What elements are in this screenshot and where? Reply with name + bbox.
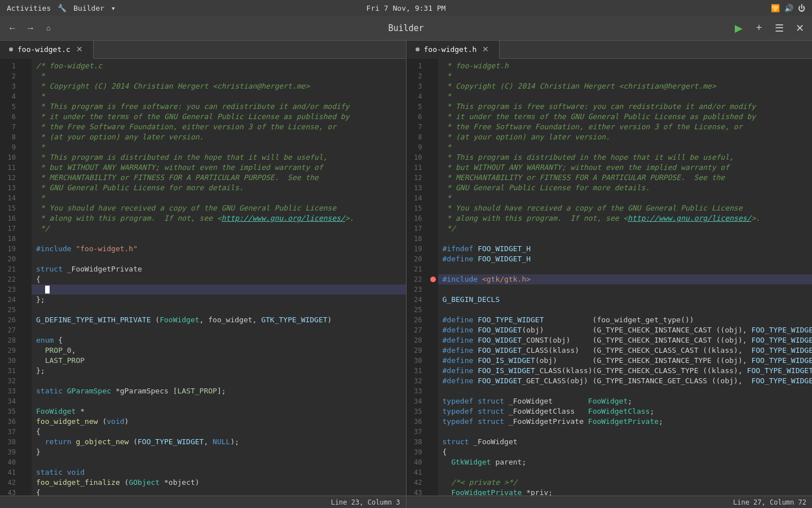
- dropdown-arrow-icon: ▾: [111, 4, 116, 12]
- window-controls: ▶ + ☰ ✕: [731, 20, 807, 36]
- wifi-icon: 🛜: [771, 4, 780, 12]
- left-panel: foo-widget.c ✕ 1234567891011121314151617…: [0, 41, 407, 508]
- left-code-content[interactable]: /* foo-widget.c * * Copyright (C) 2014 C…: [32, 59, 406, 496]
- right-tab-label: foo-widget.h: [424, 45, 477, 54]
- nav-controls: ← → ⌂: [5, 20, 56, 36]
- window-title: Builder: [388, 23, 423, 33]
- app-name-label[interactable]: Builder: [73, 4, 104, 12]
- right-status-text: Line 27, Column 72: [733, 498, 806, 506]
- right-gutter: [429, 59, 438, 496]
- left-status-text: Line 23, Column 3: [331, 498, 400, 506]
- editor-area: foo-widget.c ✕ 1234567891011121314151617…: [0, 41, 812, 508]
- power-icon: ⏻: [798, 4, 805, 12]
- left-tab-bar: foo-widget.c ✕: [0, 41, 406, 59]
- forward-button[interactable]: →: [23, 20, 38, 36]
- system-bar: Activities 🔧 Builder ▾ Fri 7 Nov, 9:31 P…: [0, 0, 812, 16]
- title-bar: ← → ⌂ Builder ▶ + ☰ ✕: [0, 16, 812, 41]
- left-tab-close[interactable]: ✕: [75, 45, 84, 53]
- left-status-bar: Line 23, Column 3: [0, 496, 406, 508]
- right-status-bar: Line 27, Column 72: [407, 496, 813, 508]
- right-tab-active[interactable]: foo-widget.h ✕: [407, 41, 500, 59]
- left-tab-active[interactable]: foo-widget.c ✕: [0, 41, 94, 59]
- app-icon: 🔧: [58, 4, 67, 12]
- back-button[interactable]: ←: [5, 20, 20, 36]
- right-tab-bar: foo-widget.h ✕: [407, 41, 813, 59]
- close-button[interactable]: ✕: [792, 20, 807, 36]
- system-datetime: Fri 7 Nov, 9:31 PM: [367, 4, 446, 12]
- tab-modified-dot: [9, 47, 13, 51]
- left-code-area[interactable]: 1234567891011121314151617181920212223242…: [0, 59, 406, 496]
- right-panel: foo-widget.h ✕ 1234567891011121314151617…: [407, 41, 813, 508]
- right-code-content[interactable]: * foo-widget.h * * Copyright (C) 2014 Ch…: [438, 59, 813, 496]
- right-tab-close[interactable]: ✕: [481, 45, 490, 53]
- right-code-area[interactable]: 1234567891011121314151617181920212223242…: [407, 59, 813, 496]
- left-tab-label: foo-widget.c: [17, 45, 70, 54]
- left-gutter: [23, 59, 32, 496]
- left-line-numbers: 1234567891011121314151617181920212223242…: [0, 59, 23, 496]
- add-button[interactable]: +: [751, 20, 767, 36]
- activities-label[interactable]: Activities: [7, 4, 51, 12]
- menu-button[interactable]: ☰: [771, 20, 787, 36]
- system-bar-right: 🛜 🔊 ⏻: [771, 4, 805, 12]
- right-tab-modified-dot: [416, 47, 420, 51]
- right-line-numbers: 1234567891011121314151617181920212223242…: [407, 59, 429, 496]
- run-button[interactable]: ▶: [731, 20, 747, 36]
- volume-icon: 🔊: [784, 4, 793, 12]
- home-button[interactable]: ⌂: [41, 20, 56, 36]
- system-bar-left: Activities 🔧 Builder ▾: [7, 4, 116, 12]
